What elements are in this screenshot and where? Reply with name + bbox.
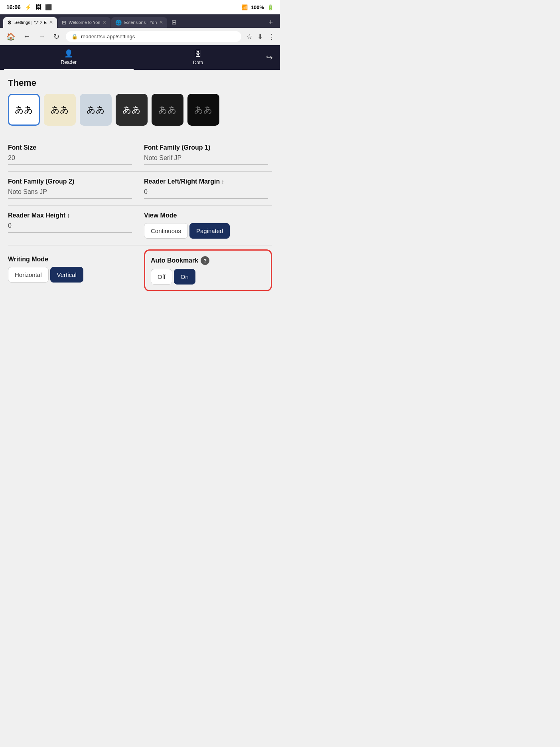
theme-swatch-white-text: ああ bbox=[15, 104, 33, 116]
theme-swatch-cream[interactable]: ああ bbox=[44, 94, 76, 126]
view-mode-label: View Mode bbox=[144, 212, 268, 219]
tab-close-settings[interactable]: ✕ bbox=[49, 20, 53, 25]
font-family-1-label: Font Family (Group 1) bbox=[144, 144, 268, 151]
reload-button[interactable]: ↻ bbox=[52, 32, 61, 42]
tab-welcome[interactable]: ⊞ Welcome to Yon ✕ bbox=[58, 17, 110, 28]
nav-tab-reader-label: Reader bbox=[61, 59, 77, 65]
new-tab-button[interactable]: + bbox=[265, 17, 277, 28]
data-icon: 🗄 bbox=[195, 50, 202, 58]
tab-close-welcome[interactable]: ✕ bbox=[103, 20, 106, 25]
wifi-icon: 📶 bbox=[241, 4, 248, 10]
view-mode-buttons: Continuous Paginated bbox=[144, 223, 268, 239]
usb-icon: ⚡ bbox=[25, 4, 32, 10]
theme-swatch-black1-text: ああ bbox=[158, 104, 177, 116]
writing-mode-setting: Writing Mode Horizontal Vertical bbox=[8, 249, 136, 291]
theme-swatches: ああ ああ ああ ああ ああ ああ bbox=[8, 94, 272, 126]
url-actions: ☆ ⬇ ⋮ bbox=[246, 32, 275, 41]
tab-grid-button[interactable]: ⊞ bbox=[168, 17, 180, 28]
tab-favicon-extensions: 🌐 bbox=[115, 20, 122, 26]
reader-max-height-setting: Reader Max Height ↕ 0 bbox=[8, 206, 140, 245]
lock-icon: 🔒 bbox=[71, 34, 78, 40]
font-family-1-value[interactable]: Noto Serif JP bbox=[144, 154, 268, 165]
font-family-2-label: Font Family (Group 2) bbox=[8, 178, 132, 185]
nav-tab-data-label: Data bbox=[193, 60, 203, 65]
vertical-button[interactable]: Vertical bbox=[50, 267, 83, 283]
reader-icon: 👤 bbox=[64, 49, 73, 58]
status-bar: 16:06 ⚡ 🖼 ⬛ 📶 100% 🔋 bbox=[0, 0, 280, 14]
reader-margin-setting: Reader Left/Right Margin ↕ 0 bbox=[140, 172, 272, 206]
font-family-2-setting: Font Family (Group 2) Noto Sans JP bbox=[8, 172, 140, 206]
auto-bookmark-buttons: Off On bbox=[151, 269, 265, 285]
theme-swatch-black2[interactable]: ああ bbox=[187, 94, 219, 126]
tab-bar: ⚙ Settings | ツツ E ✕ ⊞ Welcome to Yon ✕ 🌐… bbox=[0, 14, 280, 28]
reader-max-height-value[interactable]: 0 bbox=[8, 222, 132, 233]
theme-swatch-lightgray-text: ああ bbox=[87, 104, 105, 116]
theme-swatch-lightgray[interactable]: ああ bbox=[80, 94, 112, 126]
time-display: 16:06 bbox=[6, 4, 21, 10]
url-text: reader.ttsu.app/settings bbox=[81, 34, 236, 40]
nav-tab-reader[interactable]: 👤 Reader bbox=[4, 45, 134, 70]
reader-margin-sort-icon: ↕ bbox=[221, 178, 224, 185]
tab-settings[interactable]: ⚙ Settings | ツツ E ✕ bbox=[3, 17, 57, 28]
bottom-settings-row: Writing Mode Horizontal Vertical Auto Bo… bbox=[8, 249, 272, 291]
forward-button[interactable]: → bbox=[37, 32, 47, 42]
theme-swatch-black2-text: ああ bbox=[194, 104, 213, 116]
tab-favicon-welcome: ⊞ bbox=[62, 20, 66, 26]
settings-grid: Font Size 20 Font Family (Group 1) Noto … bbox=[8, 138, 272, 245]
photo-icon: 🖼 bbox=[35, 4, 41, 10]
reader-margin-label: Reader Left/Right Margin ↕ bbox=[144, 178, 268, 185]
reader-max-height-sort-icon: ↕ bbox=[67, 212, 70, 219]
battery-icon: 🔋 bbox=[267, 4, 274, 10]
font-size-setting: Font Size 20 bbox=[8, 138, 140, 172]
nav-tabs: 👤 Reader 🗄 Data ↪ bbox=[0, 45, 280, 70]
tab-close-extensions[interactable]: ✕ bbox=[159, 20, 163, 25]
tab-extensions[interactable]: 🌐 Extensions - Yon ✕ bbox=[111, 17, 167, 28]
back-button[interactable]: ← bbox=[22, 32, 32, 42]
theme-section-label: Theme bbox=[8, 78, 272, 88]
reader-margin-value[interactable]: 0 bbox=[144, 188, 268, 199]
settings-content: Theme ああ ああ ああ ああ ああ ああ Font Size 20 Fon… bbox=[0, 70, 280, 299]
paginated-button[interactable]: Paginated bbox=[189, 223, 230, 239]
bookmark-star-icon[interactable]: ☆ bbox=[246, 32, 252, 41]
font-family-2-value[interactable]: Noto Sans JP bbox=[8, 188, 132, 199]
horizontal-button[interactable]: Horizontal bbox=[8, 267, 49, 283]
menu-icon[interactable]: ⋮ bbox=[268, 32, 275, 41]
square-icon: ⬛ bbox=[45, 4, 52, 10]
tab-label-settings: Settings | ツツ E bbox=[14, 20, 47, 26]
theme-swatch-cream-text: ああ bbox=[51, 104, 69, 116]
font-size-label: Font Size bbox=[8, 144, 132, 151]
tab-label-extensions: Extensions - Yon bbox=[124, 20, 157, 25]
auto-bookmark-on-button[interactable]: On bbox=[174, 269, 195, 285]
auto-bookmark-setting: Auto Bookmark ? Off On bbox=[144, 249, 272, 291]
theme-swatch-darkgray-text: ああ bbox=[122, 104, 141, 116]
auto-bookmark-off-button[interactable]: Off bbox=[151, 269, 172, 285]
status-right: 📶 100% 🔋 bbox=[241, 4, 274, 10]
status-left: 16:06 ⚡ 🖼 ⬛ bbox=[6, 4, 52, 10]
theme-swatch-white[interactable]: ああ bbox=[8, 94, 40, 126]
view-mode-setting: View Mode Continuous Paginated bbox=[140, 206, 272, 245]
writing-mode-label: Writing Mode bbox=[8, 256, 136, 263]
theme-swatch-darkgray[interactable]: ああ bbox=[116, 94, 148, 126]
reader-max-height-label: Reader Max Height ↕ bbox=[8, 212, 132, 219]
writing-mode-buttons: Horizontal Vertical bbox=[8, 267, 136, 283]
nav-tab-data[interactable]: 🗄 Data bbox=[134, 46, 263, 69]
font-family-1-setting: Font Family (Group 1) Noto Serif JP bbox=[140, 138, 272, 172]
continuous-button[interactable]: Continuous bbox=[144, 223, 188, 239]
tab-label-welcome: Welcome to Yon bbox=[69, 20, 100, 25]
help-icon[interactable]: ? bbox=[201, 256, 209, 265]
address-bar: 🏠 ← → ↻ 🔒 reader.ttsu.app/settings ☆ ⬇ ⋮ bbox=[0, 28, 280, 45]
battery-percent: 100% bbox=[251, 4, 264, 10]
auto-bookmark-label: Auto Bookmark ? bbox=[151, 256, 265, 265]
theme-swatch-black1[interactable]: ああ bbox=[152, 94, 183, 126]
tab-favicon-settings: ⚙ bbox=[7, 20, 12, 26]
url-bar[interactable]: 🔒 reader.ttsu.app/settings bbox=[66, 31, 241, 42]
download-icon[interactable]: ⬇ bbox=[257, 32, 263, 41]
font-size-value[interactable]: 20 bbox=[8, 154, 132, 165]
exit-button[interactable]: ↪ bbox=[263, 49, 276, 65]
home-button[interactable]: 🏠 bbox=[5, 32, 17, 42]
